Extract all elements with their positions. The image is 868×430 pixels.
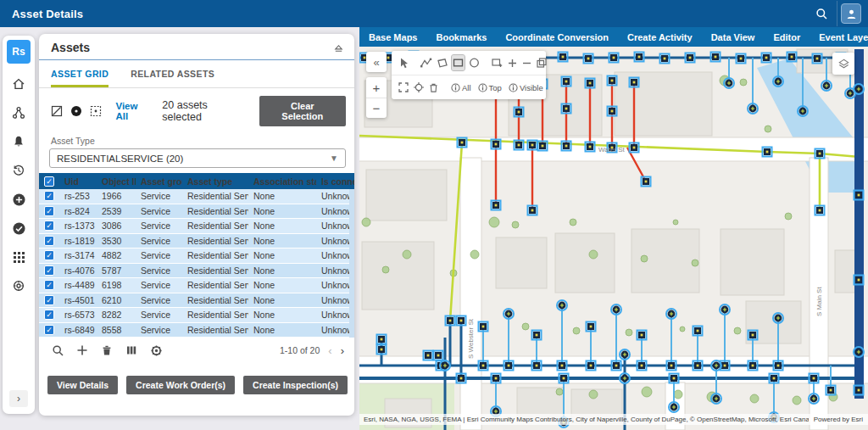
asset-marker[interactable] [587, 361, 596, 371]
polyline-tool-icon[interactable] [420, 55, 432, 70]
asset-marker[interactable] [424, 351, 433, 360]
info-all-toggle[interactable]: All [449, 83, 473, 92]
asset-marker[interactable] [479, 361, 488, 371]
table-row[interactable]: ✓rs-68498558ServiceResidential ServiceNo… [39, 323, 354, 338]
pointer-tool-icon[interactable] [398, 55, 409, 70]
asset-marker[interactable] [748, 331, 758, 340]
asset-marker[interactable] [479, 322, 488, 332]
asset-marker[interactable] [559, 53, 568, 62]
map-menu-item-coordinate-conversion[interactable]: Coordinate Conversion [496, 32, 618, 42]
panel-collapse-icon[interactable] [333, 42, 344, 53]
table-row[interactable]: ✓rs-8242539ServiceResidential ServiceNon… [39, 204, 354, 220]
add-circle-icon[interactable] [7, 187, 31, 211]
map-menu-item-event-layers[interactable]: Event Layers [810, 32, 868, 42]
map-menu-item-create-activity[interactable]: Create Activity [618, 32, 702, 42]
row-checkbox[interactable]: ✓ [39, 265, 59, 276]
asset-marker[interactable] [635, 53, 644, 62]
asset-marker[interactable] [504, 309, 514, 319]
asset-marker[interactable] [854, 191, 864, 200]
asset-marker[interactable] [773, 313, 783, 323]
row-checkbox[interactable]: ✓ [39, 191, 59, 201]
asset-marker[interactable] [854, 386, 864, 395]
asset-marker[interactable] [562, 142, 571, 151]
settings-gear-icon[interactable] [7, 274, 31, 298]
table-row[interactable]: ✓rs-45016210ServiceResidential ServiceNo… [39, 293, 354, 309]
asset-marker[interactable] [558, 361, 567, 371]
asset-marker[interactable] [587, 322, 596, 332]
asset-marker[interactable] [774, 361, 783, 371]
sketch-select-icon[interactable] [51, 105, 64, 118]
column-header-ast[interactable]: Association status [248, 176, 316, 187]
extent-select-icon[interactable] [90, 105, 103, 118]
asset-marker[interactable] [532, 331, 542, 340]
asset-marker[interactable] [642, 177, 651, 187]
info-visible-toggle[interactable]: Visible [507, 83, 545, 92]
asset-marker[interactable] [630, 78, 639, 87]
table-settings-gear-icon[interactable] [149, 343, 163, 357]
asset-marker[interactable] [562, 77, 571, 87]
home-icon[interactable] [7, 72, 31, 96]
map-menu-item-editor[interactable]: Editor [764, 32, 810, 42]
search-icon[interactable] [810, 2, 833, 25]
notifications-bell-icon[interactable] [7, 130, 31, 154]
asset-marker[interactable] [821, 81, 832, 91]
asset-marker[interactable] [538, 142, 548, 151]
asset-marker[interactable] [434, 351, 443, 360]
rectangle-tool-icon[interactable] [452, 55, 465, 70]
table-row[interactable]: ✓rs-40765787ServiceResidential ServiceNo… [39, 264, 354, 279]
map-menu-item-data-view[interactable]: Data View [702, 32, 765, 42]
asset-marker[interactable] [667, 361, 676, 371]
tab-related-assets[interactable]: RELATED ASSETS [131, 69, 214, 87]
asset-marker[interactable] [620, 373, 630, 383]
table-row[interactable]: ✓rs-65738282ServiceResidential ServiceNo… [39, 308, 354, 323]
table-scrollbar[interactable] [349, 189, 354, 338]
asset-marker[interactable] [440, 360, 450, 371]
asset-marker[interactable] [773, 76, 783, 87]
asset-marker[interactable] [813, 54, 822, 64]
row-checkbox[interactable]: ✓ [39, 310, 59, 320]
asset-marker[interactable] [815, 206, 825, 215]
row-checkbox[interactable]: ✓ [39, 221, 59, 231]
asset-marker[interactable] [377, 345, 387, 355]
asset-marker[interactable] [446, 316, 455, 326]
table-search-icon[interactable] [51, 343, 64, 357]
asset-marker[interactable] [660, 54, 670, 64]
column-header-grp[interactable]: Asset group [136, 176, 182, 187]
asset-marker[interactable] [492, 140, 501, 149]
create-inspection-s-button[interactable]: Create Inspection(s) [243, 376, 348, 394]
asset-marker[interactable] [711, 53, 721, 62]
row-checkbox[interactable]: ✓ [39, 250, 59, 260]
table-add-icon[interactable] [75, 343, 89, 357]
asset-marker[interactable] [515, 108, 524, 117]
row-checkbox[interactable]: ✓ [39, 280, 59, 290]
pagination-prev-icon[interactable]: ‹ [328, 344, 331, 357]
row-checkbox[interactable]: ✓ [39, 236, 59, 246]
asset-marker[interactable] [637, 361, 647, 371]
asset-marker[interactable] [666, 309, 676, 319]
asset-marker[interactable] [559, 374, 569, 383]
asset-marker[interactable] [810, 374, 819, 383]
column-header-typ[interactable]: Asset type [182, 176, 248, 187]
asset-marker[interactable] [748, 361, 758, 371]
table-row[interactable]: ✓rs-31744882ServiceResidential ServiceNo… [39, 249, 354, 264]
asset-marker[interactable] [854, 276, 864, 285]
polygon-tool-icon[interactable] [436, 55, 448, 70]
remove-from-selection-icon[interactable] [521, 55, 532, 70]
user-avatar-button[interactable] [841, 3, 861, 24]
asset-marker[interactable] [515, 141, 524, 150]
asset-marker[interactable] [557, 300, 567, 310]
asset-marker[interactable] [608, 107, 617, 116]
view-details-button[interactable]: View Details [47, 376, 118, 394]
row-checkbox[interactable]: ✓ [39, 206, 59, 216]
asset-marker[interactable] [815, 149, 825, 159]
info-top-toggle[interactable]: Top [476, 83, 504, 92]
asset-marker[interactable] [737, 54, 746, 64]
asset-marker[interactable] [724, 78, 734, 88]
clear-graphics-trash-icon[interactable] [428, 80, 439, 95]
map-menu-item-bookmarks[interactable]: Bookmarks [426, 32, 496, 42]
asset-marker[interactable] [528, 206, 537, 215]
asset-marker[interactable] [809, 394, 819, 404]
new-selection-icon[interactable] [491, 55, 504, 70]
column-header-oid[interactable]: Object ID [97, 176, 136, 187]
asset-marker[interactable] [608, 76, 617, 86]
